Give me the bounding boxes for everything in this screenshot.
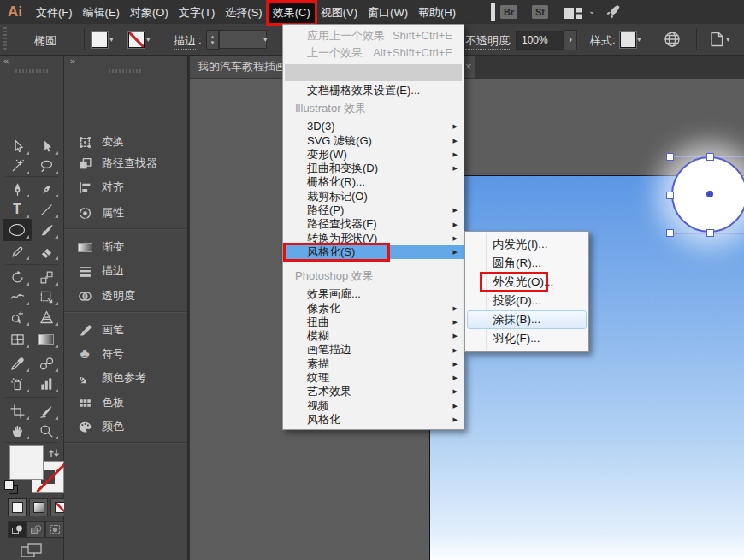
menubar-item[interactable]: 对象(O) [126, 3, 173, 23]
menu-item[interactable]: 风格化 [283, 413, 464, 427]
chevron-down-icon[interactable]: ▾ [109, 35, 114, 44]
menu-item[interactable]: 像素化 [283, 302, 464, 315]
width-tool[interactable] [3, 286, 32, 308]
menu-item[interactable]: 风格化(S) [283, 245, 464, 259]
menubar-item[interactable]: 编辑(E) [79, 3, 124, 23]
chevron-down-icon[interactable]: ▾ [637, 35, 641, 44]
blend-tool[interactable] [32, 352, 61, 374]
gradient-button[interactable] [29, 498, 48, 516]
magic-wand-tool[interactable] [3, 155, 32, 177]
menu-item[interactable]: Photoshop 效果 [283, 265, 464, 287]
swap-fill-stroke-icon[interactable] [49, 446, 60, 462]
curvature-tool[interactable] [32, 178, 61, 200]
stroke-weight-value[interactable] [219, 30, 267, 49]
menu-item[interactable]: 上一个效果 Alt+Shift+Ctrl+E [283, 44, 464, 62]
menu-item[interactable]: SVG 滤镜(G) [283, 134, 464, 148]
menubar-item[interactable]: 效果(C) [269, 3, 315, 23]
stroke-weight-stepper[interactable]: ▲▼ [206, 30, 219, 50]
lasso-tool[interactable] [32, 155, 61, 177]
menubar-item[interactable]: 文字(T) [174, 3, 220, 23]
menu-item[interactable]: Illustrator 效果 [283, 97, 464, 120]
menu-item[interactable]: 扭曲 [283, 315, 464, 329]
opacity-value-field[interactable]: 100% [516, 31, 564, 50]
graphic-style-swatch[interactable] [620, 32, 636, 48]
menu-item[interactable]: 应用上一个效果 Shift+Ctrl+E [283, 27, 464, 44]
opacity-more-button[interactable]: › [564, 30, 577, 50]
selection-center-point[interactable] [706, 191, 713, 197]
rocket-icon[interactable] [605, 4, 621, 23]
type-tool[interactable]: T [3, 198, 32, 221]
shape-builder-tool[interactable] [3, 306, 32, 328]
menu-item[interactable]: 路径(P) [283, 203, 464, 217]
zoom-tool[interactable] [32, 420, 61, 442]
expand-dock-button[interactable]: » [70, 56, 75, 66]
menu-item[interactable]: 栅格化(R)... [283, 175, 464, 189]
menu-item[interactable]: 素描 [283, 357, 464, 371]
line-segment-tool[interactable] [32, 198, 61, 221]
stock-button[interactable]: St [532, 5, 548, 19]
eyedropper-tool[interactable] [3, 352, 32, 374]
color-button[interactable] [8, 498, 27, 516]
menu-item[interactable]: 效果画廊... [283, 287, 464, 301]
fill-color-swatch[interactable] [92, 32, 108, 48]
submenu-item[interactable]: 涂抹(B)... [467, 310, 587, 329]
chevron-down-icon[interactable]: ⌄ [588, 6, 595, 15]
menu-item[interactable]: 模糊 [283, 329, 464, 343]
menubar-item[interactable]: 帮助(H) [414, 3, 460, 23]
menu-item[interactable] [285, 262, 462, 262]
menu-item[interactable]: 画笔描边 [283, 343, 464, 357]
document-setup-sphere-icon[interactable] [664, 31, 681, 51]
bridge-button[interactable]: Br [500, 5, 517, 19]
mesh-tool[interactable] [3, 328, 32, 351]
dock-grip[interactable] [109, 69, 143, 73]
menu-item[interactable]: 变形(W) [283, 148, 464, 162]
eraser-tool[interactable] [32, 240, 61, 262]
submenu-item[interactable]: 圆角(R)... [465, 254, 588, 273]
menubar-item[interactable]: 文件(F) [32, 3, 77, 23]
panel-button-swatches[interactable]: 色板 [64, 392, 187, 414]
stroke-panel-link[interactable]: 描边 [174, 33, 196, 50]
submenu-item[interactable]: 羽化(F)... [465, 329, 588, 348]
menubar-item[interactable]: 窗口(W) [363, 3, 412, 23]
control-bar-grip[interactable] [3, 27, 7, 51]
submenu-item[interactable]: 投影(D)... [465, 292, 588, 310]
stroke-color-swatch[interactable] [128, 32, 145, 48]
fill-swatch-indicator[interactable] [10, 446, 43, 479]
hand-tool[interactable] [3, 420, 32, 442]
menu-item[interactable]: 3D(3) [283, 120, 464, 133]
default-fill-stroke-icon[interactable] [4, 480, 18, 494]
panel-button-align[interactable]: 对齐 [64, 176, 187, 198]
menubar-item[interactable]: 选择(S) [221, 3, 266, 23]
menu-item[interactable]: 纹理 [283, 371, 464, 385]
menu-item[interactable]: 文档栅格效果设置(E)... [283, 84, 464, 97]
ellipse-tool[interactable] [3, 219, 32, 241]
menu-item[interactable]: 艺术效果 [283, 385, 464, 398]
tools-panel-grip[interactable] [15, 69, 48, 73]
draw-normal-mode-button[interactable] [8, 521, 27, 538]
panel-button-symbols[interactable]: ♣ 符号 [64, 343, 187, 365]
column-graph-tool[interactable] [32, 373, 61, 395]
menu-item[interactable]: 裁剪标记(O) [283, 190, 464, 203]
panel-button-attributes[interactable]: 属性 [64, 202, 187, 224]
selection-handle[interactable] [666, 192, 674, 199]
menu-item[interactable]: 视频 [283, 399, 464, 413]
paintbrush-tool[interactable] [32, 219, 61, 241]
menu-item[interactable] [285, 64, 462, 81]
tab-close-button[interactable]: × [465, 55, 472, 78]
panel-button-color-guide[interactable]: 颜色参考 [64, 367, 187, 389]
document-setup-icon[interactable] [710, 32, 724, 50]
panel-button-color[interactable]: 颜色 [64, 416, 187, 438]
collapse-panel-button[interactable]: « [3, 56, 9, 66]
perspective-grid-tool[interactable] [32, 306, 61, 328]
chevron-down-icon[interactable]: ▾ [726, 35, 730, 44]
draw-behind-mode-button[interactable] [27, 521, 45, 538]
opacity-panel-link[interactable]: 不透明度 [465, 33, 510, 50]
panel-button-stroke[interactable]: 描边 [64, 260, 187, 282]
submenu-item[interactable]: 内发光(I)... [465, 235, 588, 254]
panel-button-pathfinder[interactable]: 路径查找器 [64, 152, 187, 174]
menu-item[interactable]: 扭曲和变换(D) [283, 162, 464, 175]
selection-handle[interactable] [666, 229, 674, 237]
symbol-sprayer-tool[interactable] [3, 373, 32, 395]
panel-button-transparency[interactable]: 透明度 [64, 285, 187, 307]
panel-button-transform[interactable]: 变换 [64, 131, 187, 153]
